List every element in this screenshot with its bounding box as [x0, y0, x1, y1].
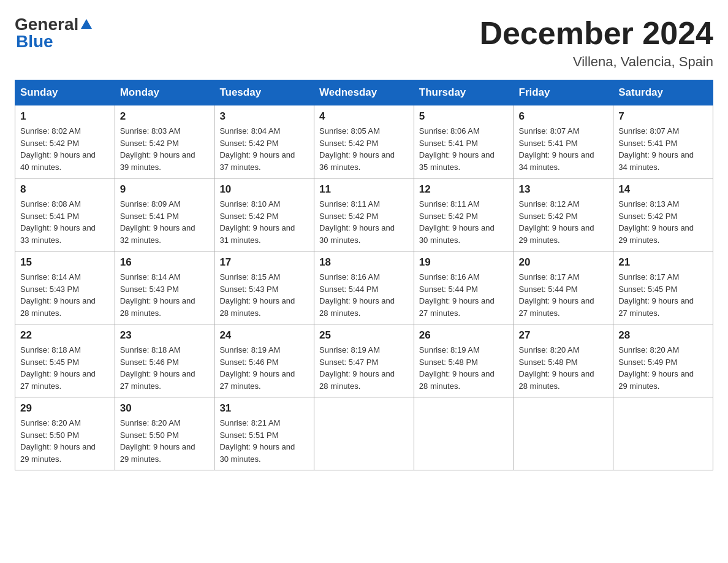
page-header: General Blue December 2024 Villena, Vale…	[15, 15, 713, 70]
day-info: Sunrise: 8:02 AMSunset: 5:42 PMDaylight:…	[20, 125, 110, 173]
calendar-cell: 6Sunrise: 8:07 AMSunset: 5:41 PMDaylight…	[514, 105, 613, 178]
day-info: Sunrise: 8:12 AMSunset: 5:42 PMDaylight:…	[519, 198, 609, 246]
header-cell-friday: Friday	[514, 80, 613, 105]
calendar-cell: 1Sunrise: 8:02 AMSunset: 5:42 PMDaylight…	[15, 105, 115, 178]
calendar-cell: 2Sunrise: 8:03 AMSunset: 5:42 PMDaylight…	[115, 105, 214, 178]
day-number: 14	[618, 183, 708, 196]
day-info: Sunrise: 8:15 AMSunset: 5:43 PMDaylight:…	[219, 271, 309, 319]
day-number: 20	[519, 256, 609, 269]
calendar-week-1: 1Sunrise: 8:02 AMSunset: 5:42 PMDaylight…	[15, 105, 713, 178]
calendar-cell	[314, 397, 414, 470]
calendar-cell: 13Sunrise: 8:12 AMSunset: 5:42 PMDayligh…	[514, 178, 613, 251]
day-number: 9	[120, 183, 210, 196]
day-number: 26	[419, 329, 509, 342]
calendar-cell: 22Sunrise: 8:18 AMSunset: 5:45 PMDayligh…	[15, 324, 115, 397]
day-number: 7	[618, 110, 708, 123]
calendar-cell: 7Sunrise: 8:07 AMSunset: 5:41 PMDaylight…	[613, 105, 713, 178]
day-number: 13	[519, 183, 609, 196]
day-number: 31	[219, 402, 309, 415]
day-info: Sunrise: 8:19 AMSunset: 5:46 PMDaylight:…	[219, 344, 309, 392]
day-number: 27	[519, 329, 609, 342]
calendar-cell: 21Sunrise: 8:17 AMSunset: 5:45 PMDayligh…	[613, 251, 713, 324]
day-number: 16	[120, 256, 210, 269]
calendar-cell: 25Sunrise: 8:19 AMSunset: 5:47 PMDayligh…	[314, 324, 414, 397]
day-number: 11	[319, 183, 409, 196]
day-info: Sunrise: 8:10 AMSunset: 5:42 PMDaylight:…	[219, 198, 309, 246]
day-number: 25	[319, 329, 409, 342]
svg-marker-0	[81, 19, 92, 29]
day-number: 19	[419, 256, 509, 269]
header-cell-sunday: Sunday	[15, 80, 115, 105]
day-info: Sunrise: 8:19 AMSunset: 5:48 PMDaylight:…	[419, 344, 509, 392]
logo-blue-text: Blue	[16, 32, 53, 52]
calendar-cell: 5Sunrise: 8:06 AMSunset: 5:41 PMDaylight…	[414, 105, 514, 178]
day-info: Sunrise: 8:09 AMSunset: 5:41 PMDaylight:…	[120, 198, 210, 246]
calendar-cell: 14Sunrise: 8:13 AMSunset: 5:42 PMDayligh…	[613, 178, 713, 251]
day-info: Sunrise: 8:20 AMSunset: 5:48 PMDaylight:…	[519, 344, 609, 392]
day-number: 17	[219, 256, 309, 269]
day-number: 18	[319, 256, 409, 269]
calendar-cell: 15Sunrise: 8:14 AMSunset: 5:43 PMDayligh…	[15, 251, 115, 324]
day-info: Sunrise: 8:11 AMSunset: 5:42 PMDaylight:…	[319, 198, 409, 246]
calendar-cell: 24Sunrise: 8:19 AMSunset: 5:46 PMDayligh…	[214, 324, 314, 397]
calendar-cell: 16Sunrise: 8:14 AMSunset: 5:43 PMDayligh…	[115, 251, 214, 324]
calendar-week-4: 22Sunrise: 8:18 AMSunset: 5:45 PMDayligh…	[15, 324, 713, 397]
calendar-cell	[414, 397, 514, 470]
day-info: Sunrise: 8:03 AMSunset: 5:42 PMDaylight:…	[120, 125, 210, 173]
calendar-cell: 19Sunrise: 8:16 AMSunset: 5:44 PMDayligh…	[414, 251, 514, 324]
day-number: 23	[120, 329, 210, 342]
day-info: Sunrise: 8:06 AMSunset: 5:41 PMDaylight:…	[419, 125, 509, 173]
calendar-header: SundayMondayTuesdayWednesdayThursdayFrid…	[15, 80, 713, 105]
day-number: 6	[519, 110, 609, 123]
location-text: Villena, Valencia, Spain	[479, 54, 713, 70]
logo-icon	[80, 18, 93, 31]
day-info: Sunrise: 8:14 AMSunset: 5:43 PMDaylight:…	[20, 271, 110, 319]
calendar-cell: 29Sunrise: 8:20 AMSunset: 5:50 PMDayligh…	[15, 397, 115, 470]
day-info: Sunrise: 8:14 AMSunset: 5:43 PMDaylight:…	[120, 271, 210, 319]
calendar-cell: 11Sunrise: 8:11 AMSunset: 5:42 PMDayligh…	[314, 178, 414, 251]
logo: General Blue	[15, 15, 93, 52]
day-number: 8	[20, 183, 110, 196]
day-info: Sunrise: 8:08 AMSunset: 5:41 PMDaylight:…	[20, 198, 110, 246]
day-info: Sunrise: 8:20 AMSunset: 5:49 PMDaylight:…	[618, 344, 708, 392]
day-number: 28	[618, 329, 708, 342]
calendar-week-2: 8Sunrise: 8:08 AMSunset: 5:41 PMDaylight…	[15, 178, 713, 251]
day-info: Sunrise: 8:18 AMSunset: 5:46 PMDaylight:…	[120, 344, 210, 392]
calendar-cell: 26Sunrise: 8:19 AMSunset: 5:48 PMDayligh…	[414, 324, 514, 397]
calendar-cell: 30Sunrise: 8:20 AMSunset: 5:50 PMDayligh…	[115, 397, 214, 470]
header-cell-thursday: Thursday	[414, 80, 514, 105]
day-number: 21	[618, 256, 708, 269]
day-info: Sunrise: 8:05 AMSunset: 5:42 PMDaylight:…	[319, 125, 409, 173]
calendar-cell: 10Sunrise: 8:10 AMSunset: 5:42 PMDayligh…	[214, 178, 314, 251]
day-info: Sunrise: 8:17 AMSunset: 5:45 PMDaylight:…	[618, 271, 708, 319]
day-number: 15	[20, 256, 110, 269]
header-row: SundayMondayTuesdayWednesdayThursdayFrid…	[15, 80, 713, 105]
day-info: Sunrise: 8:07 AMSunset: 5:41 PMDaylight:…	[519, 125, 609, 173]
calendar-table: SundayMondayTuesdayWednesdayThursdayFrid…	[15, 80, 713, 470]
day-info: Sunrise: 8:20 AMSunset: 5:50 PMDaylight:…	[120, 417, 210, 465]
day-number: 30	[120, 402, 210, 415]
header-cell-wednesday: Wednesday	[314, 80, 414, 105]
day-info: Sunrise: 8:17 AMSunset: 5:44 PMDaylight:…	[519, 271, 609, 319]
day-number: 5	[419, 110, 509, 123]
title-section: December 2024 Villena, Valencia, Spain	[479, 15, 713, 70]
day-info: Sunrise: 8:16 AMSunset: 5:44 PMDaylight:…	[319, 271, 409, 319]
calendar-cell: 27Sunrise: 8:20 AMSunset: 5:48 PMDayligh…	[514, 324, 613, 397]
day-number: 12	[419, 183, 509, 196]
header-cell-tuesday: Tuesday	[214, 80, 314, 105]
day-info: Sunrise: 8:11 AMSunset: 5:42 PMDaylight:…	[419, 198, 509, 246]
day-info: Sunrise: 8:07 AMSunset: 5:41 PMDaylight:…	[618, 125, 708, 173]
calendar-cell: 28Sunrise: 8:20 AMSunset: 5:49 PMDayligh…	[613, 324, 713, 397]
day-info: Sunrise: 8:21 AMSunset: 5:51 PMDaylight:…	[219, 417, 309, 465]
day-number: 29	[20, 402, 110, 415]
calendar-cell: 31Sunrise: 8:21 AMSunset: 5:51 PMDayligh…	[214, 397, 314, 470]
header-cell-saturday: Saturday	[613, 80, 713, 105]
day-info: Sunrise: 8:13 AMSunset: 5:42 PMDaylight:…	[618, 198, 708, 246]
calendar-cell: 3Sunrise: 8:04 AMSunset: 5:42 PMDaylight…	[214, 105, 314, 178]
day-info: Sunrise: 8:20 AMSunset: 5:50 PMDaylight:…	[20, 417, 110, 465]
day-info: Sunrise: 8:19 AMSunset: 5:47 PMDaylight:…	[319, 344, 409, 392]
calendar-cell: 23Sunrise: 8:18 AMSunset: 5:46 PMDayligh…	[115, 324, 214, 397]
day-number: 1	[20, 110, 110, 123]
calendar-cell	[514, 397, 613, 470]
day-number: 10	[219, 183, 309, 196]
